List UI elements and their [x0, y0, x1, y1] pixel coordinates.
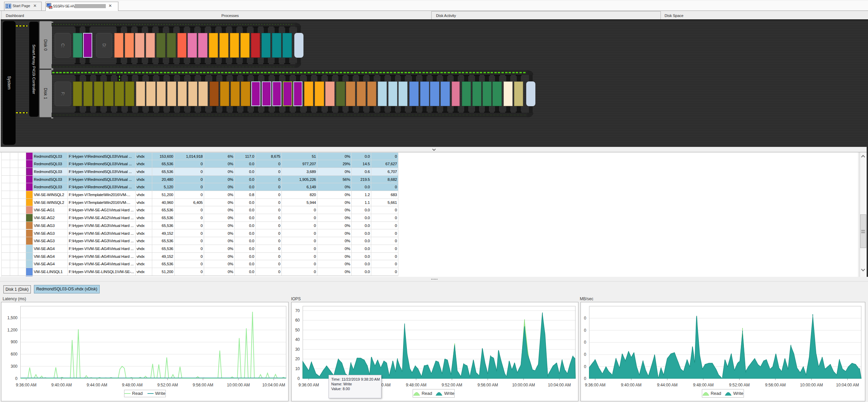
- svg-text:9:52:00 AM: 9:52:00 AM: [442, 382, 462, 387]
- svg-text:0: 0: [584, 352, 586, 357]
- svg-text:9:40:00 AM: 9:40:00 AM: [621, 382, 642, 387]
- svg-text:0: 0: [584, 328, 586, 332]
- svg-text:9:48:00 AM: 9:48:00 AM: [693, 382, 714, 387]
- svg-text:1,200: 1,200: [7, 327, 17, 332]
- svg-text:0: 0: [584, 376, 586, 381]
- svg-text:9:44:00 AM: 9:44:00 AM: [86, 382, 107, 387]
- svg-text:0: 0: [584, 340, 586, 345]
- svg-text:30: 30: [295, 347, 300, 351]
- svg-text:9:52:00 AM: 9:52:00 AM: [729, 382, 750, 387]
- svg-text:9:40:00 AM: 9:40:00 AM: [51, 382, 72, 387]
- svg-text:50: 50: [295, 327, 300, 332]
- svg-text:9:56:00 AM: 9:56:00 AM: [193, 382, 213, 387]
- svg-text:70: 70: [295, 308, 300, 313]
- svg-text:10:04:00 AM: 10:04:00 AM: [262, 382, 285, 387]
- svg-text:10:04:00 AM: 10:04:00 AM: [548, 382, 571, 387]
- svg-text:10:00:00 AM: 10:00:00 AM: [800, 382, 823, 387]
- svg-text:0: 0: [15, 376, 18, 381]
- svg-text:9:52:00 AM: 9:52:00 AM: [157, 382, 178, 387]
- svg-text:600: 600: [11, 352, 17, 357]
- svg-text:40: 40: [295, 337, 300, 342]
- svg-text:900: 900: [11, 340, 17, 344]
- svg-text:9:36:00 AM: 9:36:00 AM: [585, 382, 606, 387]
- svg-text:10:04:00 AM: 10:04:00 AM: [836, 382, 859, 387]
- svg-text:300: 300: [11, 364, 17, 368]
- svg-text:0: 0: [584, 316, 586, 321]
- svg-text:9:36:00 AM: 9:36:00 AM: [16, 382, 37, 387]
- svg-text:60: 60: [295, 318, 300, 323]
- svg-text:9:44:00 AM: 9:44:00 AM: [657, 382, 678, 387]
- svg-text:0: 0: [584, 364, 586, 369]
- svg-text:1,500: 1,500: [7, 315, 17, 320]
- svg-text:0: 0: [297, 376, 300, 381]
- svg-text:9:36:00 AM: 9:36:00 AM: [298, 382, 319, 387]
- svg-text:10:00:00 AM: 10:00:00 AM: [512, 382, 535, 387]
- svg-text:9:48:00 AM: 9:48:00 AM: [122, 382, 143, 387]
- svg-text:9:48:00 AM: 9:48:00 AM: [406, 382, 427, 387]
- svg-text:10:00:00 AM: 10:00:00 AM: [227, 382, 250, 387]
- svg-text:9:56:00 AM: 9:56:00 AM: [765, 382, 786, 387]
- svg-text:9:56:00 AM: 9:56:00 AM: [477, 382, 498, 387]
- svg-text:20: 20: [295, 357, 300, 361]
- svg-text:10: 10: [295, 366, 300, 371]
